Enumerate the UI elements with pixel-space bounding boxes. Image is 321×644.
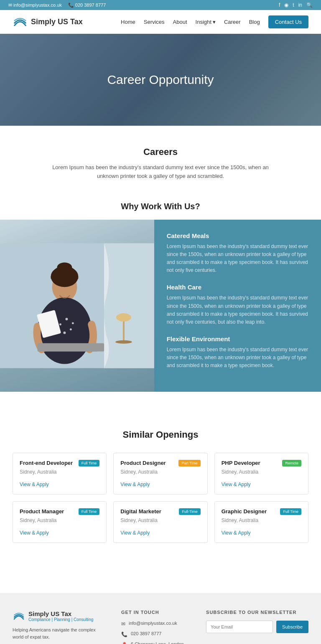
svg-point-3 [116,313,131,322]
job-card-header: Product Manager Full Time [20,508,99,515]
instagram-icon[interactable]: ◉ [284,2,288,8]
why-work-image-inner [0,220,154,392]
linkedin-icon[interactable]: in [298,2,302,8]
svg-rect-18 [38,343,104,351]
job-badge-remote: Remote [282,460,301,467]
twitter-icon[interactable]: t [293,2,294,8]
benefit-flexible-env-text: Lorem Ipsum has been the industry's stan… [167,346,308,370]
job-badge-parttime: Part Time [178,460,201,467]
footer-email: ✉ info@simplyustax.co.uk [121,621,189,627]
top-bar-phone: 📞 020 3897 8777 [68,3,106,8]
job-title: Digital Marketer [120,508,161,515]
careers-section: Careers Lorem Ipsum has been the industr… [0,126,321,198]
job-title: PHP Developer [222,460,260,466]
openings-section: Similar Openings Front-end Developer Ful… [0,408,321,560]
nav-insight[interactable]: Insight ▾ [196,19,216,25]
footer-logo-text: Simply US Tax [28,610,93,617]
job-card-digital-marketer: Digital Marketer Full-Time Sidney, Austr… [113,501,207,543]
job-title: Graphic Designer [222,508,267,515]
benefit-health-care-text: Lorem Ipsum has been the industry's stan… [167,294,308,326]
job-badge-fulltime: Full Time [79,460,100,467]
jobs-grid: Front-end Developer Full Time Sidney, Au… [13,453,308,543]
footer-description: Helping Americans navigate the complex w… [13,626,104,641]
footer-logo-icon [13,610,25,622]
view-apply-link[interactable]: View & Apply [222,530,251,536]
svg-rect-1 [104,243,154,368]
phone-icon: 📞 [121,631,127,637]
job-badge-fulltime: Full-Time [179,508,200,515]
job-card-header: Digital Marketer Full-Time [120,508,200,515]
job-card-php: PHP Developer Remote Sidney, Australia V… [214,453,308,494]
top-bar: ✉ info@simplyustax.co.uk 📞 020 3897 8777… [0,0,321,10]
nav-home[interactable]: Home [121,19,135,25]
svg-point-7 [57,262,72,272]
hero-section: Career Opportunity [0,34,321,126]
job-card-product-designer: Product Designer Part Time Sidney, Austr… [113,453,207,494]
svg-point-4 [115,340,132,343]
svg-point-11 [65,318,68,320]
job-card-header: Graphic Designer Full Time [222,508,301,515]
footer-brand: Simply US Tax Compliance | Planning | Co… [13,610,104,644]
benefit-health-care: Health Care Lorem Ipsum has been the ind… [167,284,308,326]
job-location: Sidney, Australia [120,469,200,475]
person-illustration [0,220,154,392]
openings-heading: Similar Openings [13,429,308,440]
nav-blog[interactable]: Blog [249,19,260,25]
footer-tagline: Compliance | Planning | Consulting [28,617,93,622]
svg-point-12 [72,322,74,324]
job-title: Front-end Developer [20,460,73,466]
job-badge-fulltime: Full Time [280,508,301,515]
svg-point-14 [63,331,66,334]
benefit-catered-meals: Catered Meals Lorem Ipsum has been the i… [167,232,308,275]
newsletter-email-input[interactable] [206,621,273,633]
benefit-catered-meals-text: Lorem Ipsum has been the industry's stan… [167,243,308,275]
job-location: Sidney, Australia [20,517,99,523]
facebook-icon[interactable]: f [279,2,280,8]
newsletter-subscribe-button[interactable]: Subscribe [276,621,308,633]
why-work-image [0,220,154,392]
why-work-section: Catered Meals Lorem Ipsum has been the i… [0,220,321,392]
email-icon: ✉ [121,621,125,627]
contact-us-button[interactable]: Contact Us [268,15,308,28]
nav-about[interactable]: About [173,19,187,25]
footer-top: Simply US Tax Compliance | Planning | Co… [13,610,308,644]
search-icon[interactable]: 🔍 [306,2,313,8]
footer-newsletter-heading: SUBSCRIBE TO OUR NEWSLETTER [206,610,308,615]
footer-contact-heading: GET IN TOUCH [121,610,189,615]
view-apply-link[interactable]: View & Apply [222,482,251,487]
footer-phone: 📞 020 3897 8777 [121,631,189,637]
svg-point-10 [59,323,61,325]
top-bar-left: ✉ info@simplyustax.co.uk 📞 020 3897 8777 [8,3,106,8]
job-location: Sidney, Australia [222,469,301,475]
footer-contact: GET IN TOUCH ✉ info@simplyustax.co.uk 📞 … [121,610,189,644]
why-work-heading: Why Work With Us? [0,198,321,220]
job-location: Sidney, Australia [20,469,99,475]
job-badge-fulltime: Full Time [79,508,100,515]
top-bar-email: ✉ info@simplyustax.co.uk [8,3,62,8]
view-apply-link[interactable]: View & Apply [120,482,150,487]
job-title: Product Manager [20,508,64,515]
header: Simply US Tax Home Services About Insigh… [0,10,321,34]
nav-career[interactable]: Career [224,19,241,25]
job-location: Sidney, Australia [120,517,200,523]
top-bar-social: f ◉ t in 🔍 [279,2,313,8]
hero-content: Career Opportunity [107,73,214,87]
benefit-flexible-env-title: Flexible Environment [167,335,308,342]
job-title: Product Designer [120,460,166,466]
job-card-header: Front-end Developer Full Time [20,460,99,467]
footer-newsletter: SUBSCRIBE TO OUR NEWSLETTER Subscribe [206,610,308,644]
footer-address: 📍 6 Chancery Lane, London WC2A 1LG [121,641,189,644]
logo-icon [13,14,28,29]
view-apply-link[interactable]: View & Apply [20,530,49,536]
location-icon: 📍 [121,642,127,644]
careers-description: Lorem Ipsum has been the industry's stan… [42,163,279,181]
svg-point-15 [70,328,72,330]
footer: Simply US Tax Compliance | Planning | Co… [0,593,321,644]
benefit-catered-meals-title: Catered Meals [167,232,308,239]
chevron-down-icon: ▾ [213,19,216,25]
view-apply-link[interactable]: View & Apply [120,530,150,536]
logo-text: Simply US Tax [31,18,83,26]
nav-services[interactable]: Services [144,19,165,25]
svg-rect-2 [123,318,125,343]
view-apply-link[interactable]: View & Apply [20,482,49,487]
